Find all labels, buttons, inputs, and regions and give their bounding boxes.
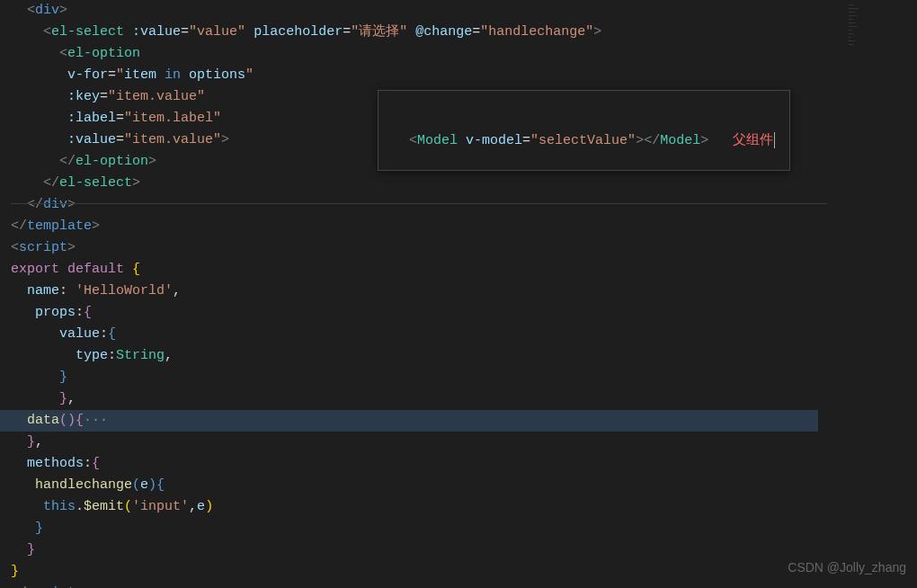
- highlighted-line[interactable]: data(){···: [0, 410, 818, 432]
- ruler: [11, 203, 827, 204]
- fold-marker[interactable]: ···: [84, 413, 108, 428]
- watermark: CSDN @Jolly_zhang: [788, 557, 906, 577]
- minimap[interactable]: ▬▬▬▬▬▬▬▬▬▬▬▬▬▬▬▬▬▬▬▬▬▬▬▬▬▬▬▬▬▬▬▬▬▬▬▬▬▬▬▬…: [845, 0, 917, 180]
- minimap-content: ▬▬▬▬▬▬▬▬▬▬▬▬▬▬▬▬▬▬▬▬▬▬▬▬▬▬▬▬▬▬▬▬▬▬▬▬▬▬▬▬…: [845, 0, 917, 50]
- cursor-icon: [774, 132, 775, 148]
- code-editor[interactable]: <div> <el-select :value="value" placehol…: [0, 0, 917, 588]
- hover-tooltip: <Model v-model="selectValue"></Model> 父组…: [378, 90, 790, 171]
